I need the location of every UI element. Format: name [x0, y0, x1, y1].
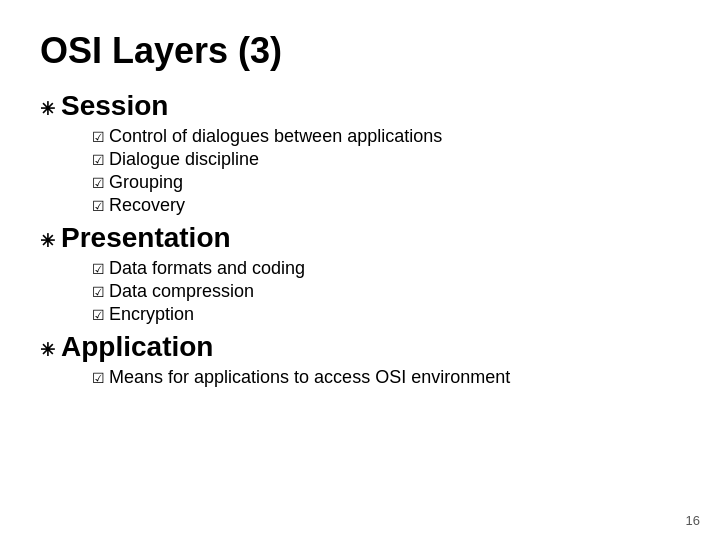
sub-item-label-1-0: Data formats and coding: [109, 258, 305, 279]
section-presentation: ✳Presentation: [40, 222, 680, 254]
list-item: ☑Recovery: [92, 195, 680, 216]
sub-item-label-1-1: Data compression: [109, 281, 254, 302]
list-item: ☑Data formats and coding: [92, 258, 680, 279]
y-bullet-icon-0-0: ☑: [92, 129, 105, 145]
list-item: ☑Control of dialogues between applicatio…: [92, 126, 680, 147]
star-bullet-icon-0: ✳: [40, 98, 55, 120]
y-bullet-icon-0-1: ☑: [92, 152, 105, 168]
y-bullet-icon-2-0: ☑: [92, 370, 105, 386]
sub-item-label-2-0: Means for applications to access OSI env…: [109, 367, 510, 388]
y-bullet-icon-1-1: ☑: [92, 284, 105, 300]
sections-container: ✳Session☑Control of dialogues between ap…: [40, 90, 680, 388]
star-bullet-icon-2: ✳: [40, 339, 55, 361]
section-application: ✳Application: [40, 331, 680, 363]
section-label-presentation: Presentation: [61, 222, 231, 254]
y-bullet-icon-0-3: ☑: [92, 198, 105, 214]
sub-list-session: ☑Control of dialogues between applicatio…: [92, 126, 680, 216]
sub-item-label-0-0: Control of dialogues between application…: [109, 126, 442, 147]
slide: OSI Layers (3) ✳Session☑Control of dialo…: [0, 0, 720, 540]
sub-item-label-0-2: Grouping: [109, 172, 183, 193]
star-bullet-icon-1: ✳: [40, 230, 55, 252]
list-item: ☑Data compression: [92, 281, 680, 302]
list-item: ☑Dialogue discipline: [92, 149, 680, 170]
section-session: ✳Session: [40, 90, 680, 122]
list-item: ☑Encryption: [92, 304, 680, 325]
sub-list-presentation: ☑Data formats and coding☑Data compressio…: [92, 258, 680, 325]
sub-list-application: ☑Means for applications to access OSI en…: [92, 367, 680, 388]
slide-title: OSI Layers (3): [40, 30, 680, 72]
y-bullet-icon-1-0: ☑: [92, 261, 105, 277]
section-label-application: Application: [61, 331, 213, 363]
sub-item-label-0-3: Recovery: [109, 195, 185, 216]
list-item: ☑Means for applications to access OSI en…: [92, 367, 680, 388]
y-bullet-icon-0-2: ☑: [92, 175, 105, 191]
page-number: 16: [686, 513, 700, 528]
sub-item-label-1-2: Encryption: [109, 304, 194, 325]
sub-item-label-0-1: Dialogue discipline: [109, 149, 259, 170]
section-label-session: Session: [61, 90, 168, 122]
list-item: ☑Grouping: [92, 172, 680, 193]
y-bullet-icon-1-2: ☑: [92, 307, 105, 323]
